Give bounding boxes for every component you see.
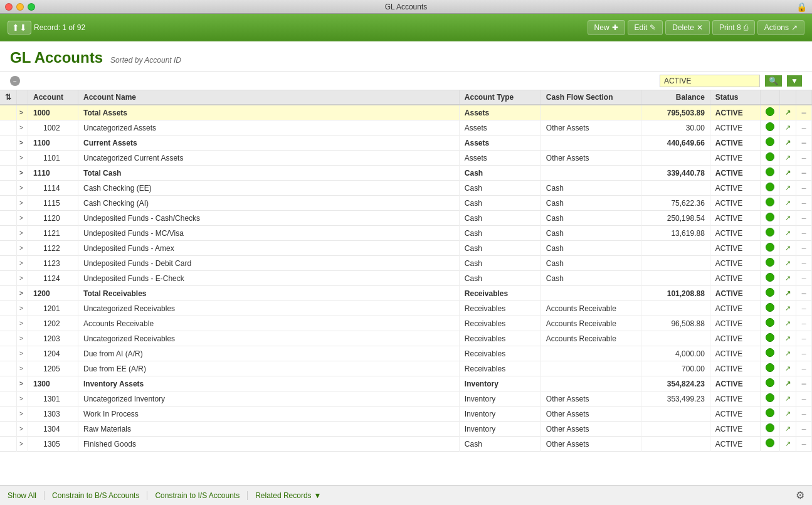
table-row[interactable]: > 1002 Uncategorized Assets Assets Other… — [0, 120, 812, 136]
row-minus-icon[interactable]: − — [796, 166, 811, 181]
table-row[interactable]: > 1201 Uncategorized Receivables Receiva… — [0, 301, 812, 316]
filter-dropdown-button[interactable]: ▼ — [787, 75, 802, 87]
row-minus-icon[interactable]: − — [796, 211, 811, 226]
col-header-selector[interactable]: ⇅ — [0, 90, 17, 105]
row-link-icon[interactable]: ↗ — [779, 105, 796, 120]
row-minus-icon[interactable]: − — [796, 437, 811, 452]
table-row[interactable]: > 1114 Cash Checking (EE) Cash Cash ACTI… — [0, 181, 812, 196]
row-selector[interactable] — [0, 196, 17, 211]
row-minus-icon[interactable]: − — [796, 346, 811, 361]
close-button[interactable] — [5, 3, 13, 11]
row-minus-icon[interactable]: − — [796, 136, 811, 151]
row-minus-icon[interactable]: − — [796, 331, 811, 346]
row-minus-icon[interactable]: − — [796, 407, 811, 422]
expand-arrow[interactable]: > — [17, 437, 28, 452]
expand-arrow[interactable]: > — [17, 105, 28, 120]
expand-arrow[interactable]: > — [17, 181, 28, 196]
table-row[interactable]: > 1205 Due from EE (A/R) Receivables 700… — [0, 361, 812, 376]
row-selector[interactable] — [0, 226, 17, 241]
row-minus-icon[interactable]: − — [796, 241, 811, 256]
table-row[interactable]: > 1301 Uncategorized Inventory Inventory… — [0, 391, 812, 407]
row-link-icon[interactable]: ↗ — [779, 331, 796, 346]
row-link-icon[interactable]: ↗ — [779, 120, 796, 136]
row-minus-icon[interactable]: − — [796, 271, 811, 286]
row-selector[interactable] — [0, 286, 17, 301]
constrain-bis-link[interactable]: Constrain to B/S Accounts — [45, 491, 147, 500]
col-header-type[interactable]: Account Type — [459, 90, 540, 105]
row-link-icon[interactable]: ↗ — [779, 241, 796, 256]
settings-gear-icon[interactable]: ⚙ — [796, 489, 804, 501]
table-row[interactable]: > 1115 Cash Checking (AI) Cash Cash 75,6… — [0, 196, 812, 211]
row-selector[interactable] — [0, 151, 17, 166]
row-selector[interactable] — [0, 391, 17, 407]
row-selector[interactable] — [0, 256, 17, 271]
minimize-button[interactable] — [16, 3, 24, 11]
row-selector[interactable] — [0, 346, 17, 361]
row-selector[interactable] — [0, 361, 17, 376]
row-link-icon[interactable]: ↗ — [779, 166, 796, 181]
expand-arrow[interactable]: > — [17, 316, 28, 331]
related-records-dropdown[interactable]: Related Records ▼ — [248, 491, 329, 500]
edit-button[interactable]: Edit ✎ — [628, 20, 663, 35]
row-link-icon[interactable]: ↗ — [779, 437, 796, 452]
row-link-icon[interactable]: ↗ — [779, 316, 796, 331]
table-row[interactable]: > 1000 Total Assets Assets 795,503.89 AC… — [0, 105, 812, 120]
expand-arrow[interactable]: > — [17, 331, 28, 346]
row-minus-icon[interactable]: − — [796, 105, 811, 120]
row-minus-icon[interactable]: − — [796, 286, 811, 301]
expand-arrow[interactable]: > — [17, 256, 28, 271]
row-minus-icon[interactable]: − — [796, 256, 811, 271]
row-link-icon[interactable]: ↗ — [779, 151, 796, 166]
expand-arrow[interactable]: > — [17, 422, 28, 437]
row-minus-icon[interactable]: − — [796, 422, 811, 437]
table-row[interactable]: > 1200 Total Receivables Receivables 101… — [0, 286, 812, 301]
table-row[interactable]: > 1300 Inventory Assets Inventory 354,82… — [0, 376, 812, 391]
expand-arrow[interactable]: > — [17, 286, 28, 301]
expand-arrow[interactable]: > — [17, 166, 28, 181]
row-selector[interactable] — [0, 437, 17, 452]
delete-button[interactable]: Delete ✕ — [665, 20, 710, 35]
row-link-icon[interactable]: ↗ — [779, 407, 796, 422]
row-minus-icon[interactable]: − — [796, 196, 811, 211]
col-header-account[interactable]: Account — [28, 90, 78, 105]
row-selector[interactable] — [0, 181, 17, 196]
table-row[interactable]: > 1204 Due from AI (A/R) Receivables 4,0… — [0, 346, 812, 361]
expand-arrow[interactable]: > — [17, 361, 28, 376]
table-row[interactable]: > 1122 Undeposited Funds - Amex Cash Cas… — [0, 241, 812, 256]
table-row[interactable]: > 1202 Accounts Receivable Receivables A… — [0, 316, 812, 331]
row-link-icon[interactable]: ↗ — [779, 391, 796, 407]
row-selector[interactable] — [0, 105, 17, 120]
row-selector[interactable] — [0, 316, 17, 331]
expand-arrow[interactable]: > — [17, 407, 28, 422]
expand-arrow[interactable]: > — [17, 136, 28, 151]
table-row[interactable]: > 1101 Uncategorized Current Assets Asse… — [0, 151, 812, 166]
show-all-link[interactable]: Show All — [8, 491, 45, 500]
row-minus-icon[interactable]: − — [796, 361, 811, 376]
new-button[interactable]: New ✚ — [588, 20, 625, 35]
expand-arrow[interactable]: > — [17, 151, 28, 166]
table-row[interactable]: > 1124 Undeposited Funds - E-Check Cash … — [0, 271, 812, 286]
maximize-button[interactable] — [28, 3, 35, 11]
row-minus-icon[interactable]: − — [796, 181, 811, 196]
table-row[interactable]: > 1203 Uncategorized Receivables Receiva… — [0, 331, 812, 346]
search-button[interactable]: 🔍 — [765, 75, 782, 87]
row-selector[interactable] — [0, 271, 17, 286]
table-row[interactable]: > 1100 Current Assets Assets 440,649.66 … — [0, 136, 812, 151]
row-link-icon[interactable]: ↗ — [779, 376, 796, 391]
row-selector[interactable] — [0, 166, 17, 181]
row-selector[interactable] — [0, 241, 17, 256]
col-header-balance[interactable]: Balance — [641, 90, 710, 105]
row-link-icon[interactable]: ↗ — [779, 286, 796, 301]
expand-arrow[interactable]: > — [17, 211, 28, 226]
row-link-icon[interactable]: ↗ — [779, 136, 796, 151]
expand-arrow[interactable]: > — [17, 196, 28, 211]
expand-arrow[interactable]: > — [17, 376, 28, 391]
expand-arrow[interactable]: > — [17, 301, 28, 316]
row-link-icon[interactable]: ↗ — [779, 361, 796, 376]
table-row[interactable]: > 1110 Total Cash Cash 339,440.78 ACTIVE… — [0, 166, 812, 181]
expand-arrow[interactable]: > — [17, 271, 28, 286]
row-link-icon[interactable]: ↗ — [779, 346, 796, 361]
table-row[interactable]: > 1121 Undeposited Funds - MC/Visa Cash … — [0, 226, 812, 241]
row-selector[interactable] — [0, 211, 17, 226]
actions-button[interactable]: Actions ↗ — [757, 20, 804, 35]
